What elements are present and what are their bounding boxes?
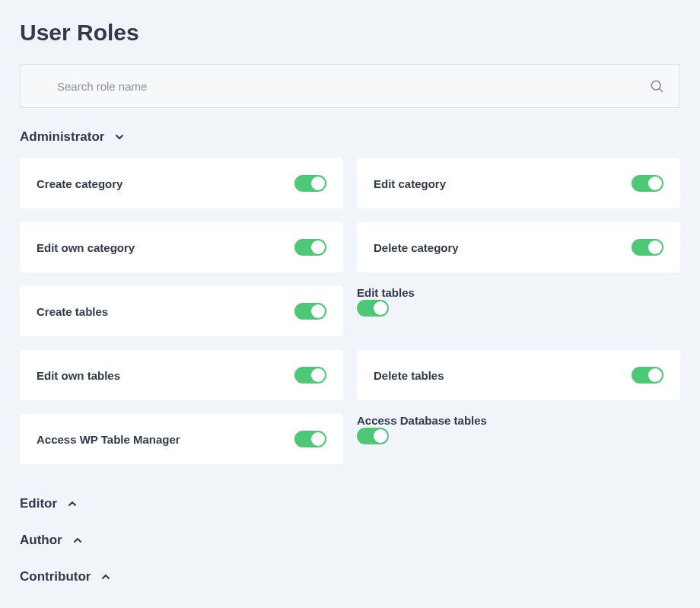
permission-create-tables: Create tables <box>20 286 343 336</box>
search-input[interactable] <box>57 80 649 93</box>
role-header-author[interactable]: Author <box>20 522 680 559</box>
toggle-create-category[interactable] <box>294 175 326 192</box>
permission-edit-own-category: Edit own category <box>20 222 343 272</box>
toggle-edit-tables[interactable] <box>357 300 389 317</box>
permission-label: Edit own category <box>37 241 135 254</box>
chevron-up-icon <box>66 498 78 510</box>
permission-label: Create category <box>37 177 123 190</box>
permissions-grid: Create category Edit category Edit own c… <box>20 158 680 464</box>
role-header-editor[interactable]: Editor <box>20 485 680 522</box>
search-icon <box>649 78 664 94</box>
role-name: Editor <box>20 496 57 511</box>
permission-edit-tables: Edit tables <box>357 286 680 336</box>
permission-delete-tables: Delete tables <box>357 350 680 400</box>
role-name: Administrator <box>20 129 104 145</box>
toggle-create-tables[interactable] <box>294 303 326 320</box>
chevron-up-icon <box>100 571 112 583</box>
permission-delete-category: Delete category <box>357 222 680 272</box>
role-name: Contributor <box>20 569 91 584</box>
toggle-edit-own-category[interactable] <box>294 239 326 256</box>
permission-label: Edit tables <box>357 286 415 299</box>
permission-label: Edit own tables <box>37 369 120 382</box>
svg-line-1 <box>660 89 663 92</box>
toggle-delete-category[interactable] <box>632 239 663 256</box>
permission-label: Delete category <box>374 241 459 254</box>
permission-label: Access WP Table Manager <box>37 433 180 446</box>
chevron-down-icon <box>113 131 126 143</box>
toggle-delete-tables[interactable] <box>632 367 663 384</box>
page-title: User Roles <box>20 20 680 46</box>
permission-edit-own-tables: Edit own tables <box>20 350 343 400</box>
chevron-up-icon <box>72 534 84 546</box>
permission-create-category: Create category <box>20 158 343 209</box>
permission-access-database-tables: Access Database tables <box>357 414 680 464</box>
toggle-access-wp-table-manager[interactable] <box>294 431 326 447</box>
toggle-edit-own-tables[interactable] <box>294 367 326 384</box>
toggle-access-database-tables[interactable] <box>357 428 389 444</box>
toggle-edit-category[interactable] <box>632 175 663 192</box>
permission-label: Delete tables <box>374 369 444 382</box>
role-header-subscriber[interactable]: Subscriber <box>20 595 680 608</box>
permission-edit-category: Edit category <box>357 158 680 209</box>
permission-label: Edit category <box>374 177 446 190</box>
permission-label: Access Database tables <box>357 414 487 427</box>
permission-label: Create tables <box>37 305 108 318</box>
role-header-administrator[interactable]: Administrator <box>20 126 680 148</box>
search-box[interactable] <box>20 64 680 108</box>
permission-access-wp-table-manager: Access WP Table Manager <box>20 414 343 464</box>
role-header-contributor[interactable]: Contributor <box>20 559 680 595</box>
role-name: Author <box>20 533 62 548</box>
